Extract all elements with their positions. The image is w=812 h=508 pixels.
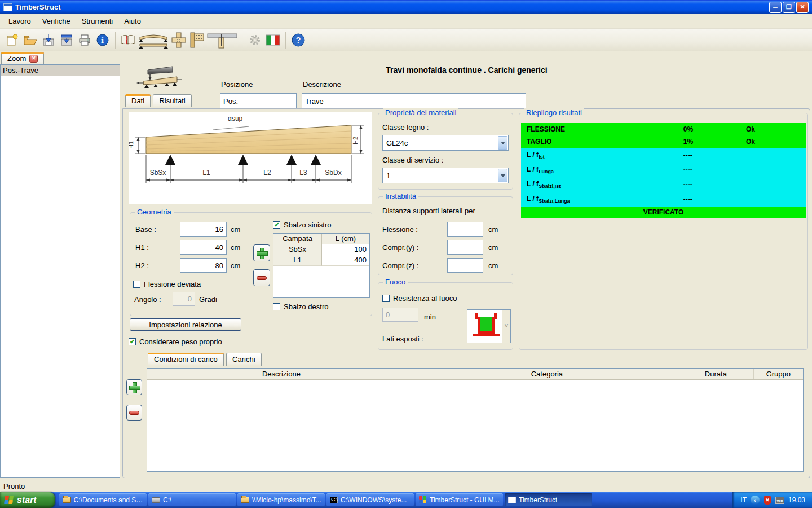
hide-icons-chevron-icon[interactable]: ‹	[751, 496, 760, 505]
posizione-input[interactable]	[220, 93, 297, 109]
save-as-button[interactable]	[58, 31, 76, 49]
tab-condizioni-di-carico[interactable]: Condizioni di carico	[148, 353, 224, 366]
compr-y-label: Compr.(y) :	[382, 243, 418, 252]
help-button[interactable]: ?	[289, 31, 307, 49]
floor-section-button[interactable]	[206, 31, 239, 49]
peso-proprio-label: Considerare peso proprio	[139, 338, 222, 346]
h2-input[interactable]	[180, 258, 227, 273]
add-span-button[interactable]	[253, 244, 270, 261]
remove-load-button[interactable]	[126, 405, 142, 421]
tab-dati[interactable]: Dati	[125, 94, 151, 107]
checkbox-unchecked-icon	[133, 281, 140, 288]
plus-icon	[257, 248, 267, 258]
lati-esposti-select[interactable]: ˅	[467, 309, 511, 343]
descrizione-input[interactable]	[302, 93, 526, 109]
ratio-sub: Lunga	[539, 169, 554, 174]
tree-item-pos-trave[interactable]: Pos.-Trave	[1, 65, 120, 76]
tab-zoom[interactable]: Zoom ✕	[1, 52, 44, 65]
ratio-value: ----	[683, 195, 746, 203]
taskbar-item-timberstruct-gui[interactable]: TimberStruct - GUI M...	[416, 493, 503, 506]
compr-z-input[interactable]	[447, 258, 483, 273]
riepilogo-table: FLESSIONE 0% Ok TAGLIO 1% Ok L / fIst --…	[521, 123, 806, 218]
new-document-button[interactable]	[3, 31, 21, 49]
resistenza-fuoco-checkbox[interactable]: Resistenza al fuoco	[382, 294, 457, 303]
sbalzo-sinistro-checkbox[interactable]: ✔ Sbalzo sinistro	[273, 221, 332, 229]
add-load-button[interactable]	[126, 379, 142, 395]
flessione-deviata-label: Flessione deviata	[144, 280, 201, 288]
taskbar-item-explorer-1[interactable]: C:\Documents and Se...	[59, 493, 147, 506]
fuoco-title: Fuoco	[383, 278, 408, 286]
minimize-button[interactable]: ─	[769, 2, 782, 13]
checkbox-unchecked-icon	[273, 303, 280, 310]
tab-close-icon[interactable]: ✕	[29, 55, 38, 63]
settings-button[interactable]	[246, 31, 264, 49]
corner-joint-button[interactable]	[188, 31, 206, 49]
info-button[interactable]: i	[94, 31, 112, 49]
menu-aiuto[interactable]: Aiuto	[119, 15, 146, 28]
tab-risultati[interactable]: Risultati	[153, 94, 191, 107]
settings-gear-icon	[248, 33, 262, 47]
beam-diagram: αsup H1 H2	[129, 112, 372, 204]
tab-zoom-label: Zoom	[7, 54, 26, 63]
ratio-value: ----	[683, 166, 746, 174]
toolbar-separator	[115, 32, 116, 49]
taskbar-item-network-folder[interactable]: \\Micio-hp\massimo\T...	[237, 493, 325, 506]
col-durata[interactable]: Durata	[678, 369, 754, 379]
menu-verifiche[interactable]: Verifiche	[37, 15, 76, 28]
chevron-down-icon[interactable]	[498, 136, 508, 150]
flessione-dist-input[interactable]	[447, 222, 483, 237]
col-descrizione[interactable]: Descrizione	[147, 369, 416, 379]
instabilita-title: Instabilità	[383, 192, 418, 200]
flessione-deviata-checkbox[interactable]: Flessione deviata	[133, 280, 201, 288]
drive-icon	[152, 497, 160, 503]
table-row[interactable]: L1 400	[273, 255, 369, 266]
classe-servizio-select[interactable]: 1	[382, 168, 509, 183]
base-input[interactable]	[180, 222, 227, 237]
h1-input[interactable]	[180, 240, 227, 255]
restore-button[interactable]: ❐	[783, 2, 795, 13]
length-cell[interactable]: 400	[321, 255, 369, 266]
taskbar-item-console[interactable]: C:\ C:\WINDOWS\syste...	[326, 493, 414, 506]
language-button[interactable]	[264, 31, 282, 49]
material-book-button[interactable]	[119, 31, 137, 49]
peso-proprio-checkbox[interactable]: ✔ Considerare peso proprio	[129, 338, 222, 346]
chevron-down-icon[interactable]	[498, 169, 508, 182]
classe-legno-value: GL24c	[386, 139, 408, 147]
beams-button[interactable]	[137, 31, 170, 49]
sbalzo-destro-checkbox[interactable]: Sbalzo destro	[273, 303, 329, 311]
col-gruppo[interactable]: Gruppo	[754, 369, 803, 379]
svg-text:?: ?	[296, 36, 301, 45]
result-row-ratio: L / fSbalzi,Ist ----	[521, 177, 806, 192]
vm-tray-icon[interactable]: vm	[775, 497, 784, 504]
taskbar-item-label: \\Micio-hp\massimo\T...	[252, 496, 321, 504]
taskbar-item-drive-c[interactable]: C:\	[148, 493, 236, 506]
descrizione-label: Descrizione	[303, 80, 341, 89]
posizione-label: Posizione	[221, 80, 253, 89]
close-button[interactable]: ✕	[796, 2, 809, 13]
toolbar-separator	[285, 32, 286, 49]
compr-y-unit: cm	[488, 243, 498, 252]
checkbox-checked-icon: ✔	[129, 338, 136, 345]
table-row[interactable]: SbSx 100	[273, 244, 369, 255]
save-button[interactable]	[39, 31, 58, 49]
beam-type-icon	[135, 65, 182, 93]
security-shield-icon[interactable]: ✕	[764, 496, 771, 505]
instabilita-subtitle: Distanza supporti laterali per	[382, 207, 475, 215]
length-cell[interactable]: 100	[321, 244, 369, 255]
classe-legno-select[interactable]: GL24c	[382, 135, 509, 151]
taskbar-item-label: TimberStruct	[519, 496, 557, 504]
remove-span-button[interactable]	[253, 269, 270, 286]
language-indicator[interactable]: IT	[740, 496, 747, 504]
taskbar-item-timberstruct[interactable]: TimberStruct	[505, 493, 592, 506]
start-button[interactable]: start	[0, 492, 55, 508]
open-button[interactable]	[21, 31, 39, 49]
tab-carichi[interactable]: Carichi	[226, 353, 261, 366]
col-categoria[interactable]: Categoria	[416, 369, 678, 379]
menu-lavoro[interactable]: Lavoro	[3, 15, 36, 28]
menu-strumenti[interactable]: Strumenti	[77, 15, 118, 28]
print-button[interactable]	[76, 31, 94, 49]
result-status: Ok	[746, 125, 806, 133]
compr-y-input[interactable]	[447, 240, 483, 255]
cross-joint-button[interactable]	[170, 31, 188, 49]
impostazioni-relazione-button[interactable]: Impostazioni relazione	[130, 318, 241, 331]
